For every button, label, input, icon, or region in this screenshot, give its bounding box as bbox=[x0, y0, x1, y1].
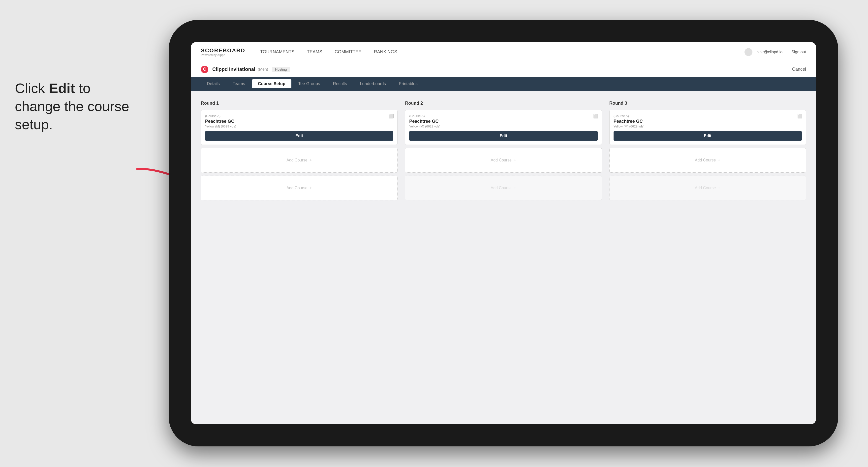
tablet-screen: SCOREBOARD Powered by clippd TOURNAMENTS… bbox=[191, 42, 816, 424]
round-2-course-card: ⬜ (Course A) Peachtree GC Yellow (M) (66… bbox=[405, 110, 602, 145]
round-2-add-course-1[interactable]: Add Course + bbox=[405, 148, 602, 173]
round-1-add-label-2: Add Course bbox=[286, 186, 308, 190]
tab-leaderboards[interactable]: Leaderboards bbox=[354, 80, 392, 88]
round-1-add-course-1[interactable]: Add Course + bbox=[201, 148, 398, 173]
round-2-add-label-1: Add Course bbox=[491, 158, 512, 162]
logo-text: SCOREBOARD bbox=[201, 48, 245, 54]
nav-teams[interactable]: TEAMS bbox=[307, 49, 322, 56]
tab-bar: Details Teams Course Setup Tee Groups Re… bbox=[191, 77, 816, 91]
round-3-title: Round 3 bbox=[609, 101, 806, 106]
round-3-course-label: (Course A) bbox=[614, 114, 802, 118]
user-avatar bbox=[744, 48, 752, 56]
tab-results[interactable]: Results bbox=[327, 80, 353, 88]
user-email: blair@clippd.io bbox=[756, 50, 782, 54]
brand-logo: C bbox=[201, 66, 208, 73]
round-2-course-details: Yellow (M) (6629 yds) bbox=[409, 125, 597, 128]
instruction-bold: Edit bbox=[49, 80, 75, 96]
round-2-plus-icon-1: + bbox=[514, 158, 516, 163]
round-3-course-name: Peachtree GC bbox=[614, 119, 802, 124]
tablet-shell: SCOREBOARD Powered by clippd TOURNAMENTS… bbox=[168, 20, 838, 446]
round-1-add-course-2[interactable]: Add Course + bbox=[201, 176, 398, 200]
round-3-edit-button[interactable]: Edit bbox=[614, 131, 802, 141]
main-content: Round 1 ⬜ (Course A) Peachtree GC Yellow… bbox=[191, 91, 816, 424]
nav-tournaments[interactable]: TOURNAMENTS bbox=[260, 49, 294, 56]
nav-rankings[interactable]: RANKINGS bbox=[374, 49, 397, 56]
sign-out-link[interactable]: Sign out bbox=[792, 50, 806, 54]
tab-printables[interactable]: Printables bbox=[393, 80, 424, 88]
round-3-plus-icon-1: + bbox=[718, 158, 720, 163]
round-2-plus-icon-2: + bbox=[514, 186, 516, 191]
round-2-delete-icon[interactable]: ⬜ bbox=[593, 113, 599, 119]
round-2-course-label: (Course A) bbox=[409, 114, 597, 118]
sub-header: C Clippd Invitational (Men) Hosting Canc… bbox=[191, 62, 816, 77]
round-1-course-card: ⬜ (Course A) Peachtree GC Yellow (M) (66… bbox=[201, 110, 398, 145]
round-2-add-course-2: Add Course + bbox=[405, 176, 602, 200]
round-1-column: Round 1 ⬜ (Course A) Peachtree GC Yellow… bbox=[201, 101, 398, 204]
round-3-add-label-1: Add Course bbox=[695, 158, 716, 162]
tab-tee-groups[interactable]: Tee Groups bbox=[292, 80, 326, 88]
round-1-course-label: (Course A) bbox=[205, 114, 393, 118]
round-1-edit-button[interactable]: Edit bbox=[205, 131, 393, 141]
round-3-plus-icon-2: + bbox=[718, 186, 720, 191]
round-3-course-card: ⬜ (Course A) Peachtree GC Yellow (M) (66… bbox=[609, 110, 806, 145]
round-2-add-label-2: Add Course bbox=[491, 186, 512, 190]
tab-details[interactable]: Details bbox=[201, 80, 226, 88]
tab-course-setup[interactable]: Course Setup bbox=[252, 80, 291, 88]
round-3-delete-icon[interactable]: ⬜ bbox=[797, 113, 803, 119]
round-2-edit-button[interactable]: Edit bbox=[409, 131, 597, 141]
cancel-button[interactable]: Cancel bbox=[792, 67, 806, 72]
nav-separator: | bbox=[786, 50, 787, 54]
nav-committee[interactable]: COMMITTEE bbox=[335, 49, 362, 56]
round-2-course-name: Peachtree GC bbox=[409, 119, 597, 124]
round-3-add-label-2: Add Course bbox=[695, 186, 716, 190]
round-1-plus-icon-2: + bbox=[310, 186, 312, 191]
round-1-plus-icon-1: + bbox=[310, 158, 312, 163]
nav-right: blair@clippd.io | Sign out bbox=[744, 48, 806, 56]
round-1-course-name: Peachtree GC bbox=[205, 119, 393, 124]
round-1-title: Round 1 bbox=[201, 101, 398, 106]
rounds-grid: Round 1 ⬜ (Course A) Peachtree GC Yellow… bbox=[201, 101, 806, 204]
instruction-before: Click bbox=[15, 80, 49, 96]
round-2-column: Round 2 ⬜ (Course A) Peachtree GC Yellow… bbox=[405, 101, 602, 204]
round-1-course-details: Yellow (M) (6629 yds) bbox=[205, 125, 393, 128]
round-3-course-details: Yellow (M) (6629 yds) bbox=[614, 125, 802, 128]
round-1-add-label-1: Add Course bbox=[286, 158, 308, 162]
round-3-add-course-1[interactable]: Add Course + bbox=[609, 148, 806, 173]
instruction-text: Click Edit to change the course setup. bbox=[0, 69, 149, 143]
round-3-add-course-2: Add Course + bbox=[609, 176, 806, 200]
logo-area: SCOREBOARD Powered by clippd bbox=[201, 48, 245, 57]
hosting-badge: Hosting bbox=[272, 67, 290, 72]
round-3-column: Round 3 ⬜ (Course A) Peachtree GC Yellow… bbox=[609, 101, 806, 204]
top-nav: SCOREBOARD Powered by clippd TOURNAMENTS… bbox=[191, 42, 816, 62]
round-1-delete-icon[interactable]: ⬜ bbox=[389, 113, 394, 119]
tournament-name: Clippd Invitational bbox=[212, 66, 255, 72]
nav-links: TOURNAMENTS TEAMS COMMITTEE RANKINGS bbox=[260, 49, 744, 56]
round-2-title: Round 2 bbox=[405, 101, 602, 106]
tournament-type: (Men) bbox=[258, 67, 268, 72]
tab-teams[interactable]: Teams bbox=[227, 80, 251, 88]
logo-sub: Powered by clippd bbox=[201, 53, 245, 57]
